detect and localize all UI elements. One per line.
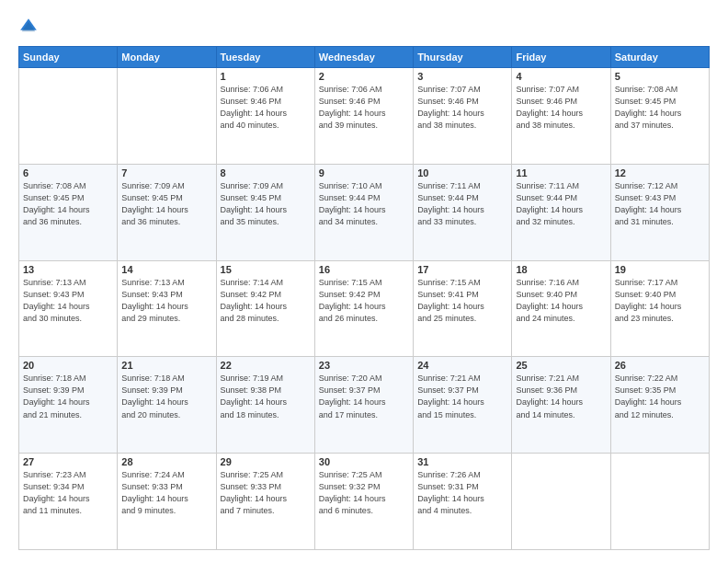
calendar-table: SundayMondayTuesdayWednesdayThursdayFrid…: [18, 46, 710, 550]
day-info: Sunrise: 7:08 AMSunset: 9:45 PMDaylight:…: [23, 180, 113, 228]
day-info: Sunrise: 7:19 AMSunset: 9:38 PMDaylight:…: [221, 373, 311, 420]
day-info: Sunrise: 7:11 AMSunset: 9:44 PMDaylight:…: [417, 180, 507, 228]
day-number: 11: [516, 167, 606, 178]
calendar-cell: 21Sunrise: 7:18 AMSunset: 9:39 PMDayligh…: [118, 357, 216, 454]
calendar-cell: [19, 68, 118, 165]
day-info: Sunrise: 7:26 AMSunset: 9:31 PMDaylight:…: [417, 469, 507, 517]
weekday-header-tuesday: Tuesday: [216, 47, 314, 68]
day-number: 10: [417, 167, 507, 178]
day-number: 31: [417, 456, 507, 467]
calendar-cell: 8Sunrise: 7:09 AMSunset: 9:45 PMDaylight…: [216, 164, 314, 260]
calendar-header-row: SundayMondayTuesdayWednesdayThursdayFrid…: [19, 47, 710, 68]
calendar-cell: 4Sunrise: 7:07 AMSunset: 9:46 PMDaylight…: [512, 68, 610, 165]
day-info: Sunrise: 7:21 AMSunset: 9:36 PMDaylight:…: [516, 373, 606, 420]
day-number: 24: [417, 360, 507, 371]
calendar-cell: 24Sunrise: 7:21 AMSunset: 9:37 PMDayligh…: [414, 357, 512, 454]
day-number: 16: [319, 264, 409, 275]
calendar-week-3: 13Sunrise: 7:13 AMSunset: 9:43 PMDayligh…: [19, 260, 710, 357]
day-number: 20: [23, 360, 113, 371]
calendar-cell: 11Sunrise: 7:11 AMSunset: 9:44 PMDayligh…: [512, 164, 610, 260]
calendar-cell: 31Sunrise: 7:26 AMSunset: 9:31 PMDayligh…: [414, 454, 512, 550]
weekday-header-thursday: Thursday: [414, 47, 512, 68]
day-number: 2: [319, 71, 409, 82]
calendar-cell: 1Sunrise: 7:06 AMSunset: 9:46 PMDaylight…: [216, 68, 314, 165]
day-info: Sunrise: 7:18 AMSunset: 9:39 PMDaylight:…: [23, 373, 113, 420]
day-info: Sunrise: 7:12 AMSunset: 9:43 PMDaylight:…: [615, 180, 705, 228]
calendar-cell: [512, 454, 610, 550]
logo-icon: [18, 17, 39, 37]
calendar-cell: 22Sunrise: 7:19 AMSunset: 9:38 PMDayligh…: [216, 357, 314, 454]
day-number: 27: [23, 456, 113, 467]
day-info: Sunrise: 7:15 AMSunset: 9:42 PMDaylight:…: [319, 277, 409, 325]
day-number: 3: [417, 71, 507, 82]
day-number: 28: [121, 456, 211, 467]
day-number: 30: [319, 456, 409, 467]
weekday-header-sunday: Sunday: [19, 47, 118, 68]
day-info: Sunrise: 7:09 AMSunset: 9:45 PMDaylight:…: [121, 180, 211, 228]
day-info: Sunrise: 7:06 AMSunset: 9:46 PMDaylight:…: [221, 84, 311, 132]
day-number: 13: [23, 264, 113, 275]
day-info: Sunrise: 7:22 AMSunset: 9:35 PMDaylight:…: [615, 373, 705, 420]
calendar-cell: 6Sunrise: 7:08 AMSunset: 9:45 PMDaylight…: [19, 164, 118, 260]
calendar-cell: 25Sunrise: 7:21 AMSunset: 9:36 PMDayligh…: [512, 357, 610, 454]
day-number: 6: [23, 167, 113, 178]
header: [18, 17, 710, 37]
calendar-week-5: 27Sunrise: 7:23 AMSunset: 9:34 PMDayligh…: [19, 454, 710, 550]
weekday-header-friday: Friday: [512, 47, 610, 68]
calendar-cell: [118, 68, 216, 165]
day-number: 9: [319, 167, 409, 178]
calendar-cell: 27Sunrise: 7:23 AMSunset: 9:34 PMDayligh…: [19, 454, 118, 550]
day-info: Sunrise: 7:17 AMSunset: 9:40 PMDaylight:…: [615, 277, 705, 325]
day-info: Sunrise: 7:11 AMSunset: 9:44 PMDaylight:…: [516, 180, 606, 228]
day-number: 15: [221, 264, 311, 275]
calendar-cell: 17Sunrise: 7:15 AMSunset: 9:41 PMDayligh…: [414, 260, 512, 357]
day-info: Sunrise: 7:18 AMSunset: 9:39 PMDaylight:…: [121, 373, 211, 420]
day-info: Sunrise: 7:20 AMSunset: 9:37 PMDaylight:…: [319, 373, 409, 420]
calendar-week-1: 1Sunrise: 7:06 AMSunset: 9:46 PMDaylight…: [19, 68, 710, 165]
calendar-cell: 29Sunrise: 7:25 AMSunset: 9:33 PMDayligh…: [216, 454, 314, 550]
calendar-cell: 9Sunrise: 7:10 AMSunset: 9:44 PMDaylight…: [314, 164, 413, 260]
calendar-cell: 14Sunrise: 7:13 AMSunset: 9:43 PMDayligh…: [118, 260, 216, 357]
day-number: 4: [516, 71, 606, 82]
day-info: Sunrise: 7:23 AMSunset: 9:34 PMDaylight:…: [23, 469, 113, 517]
calendar-cell: [610, 454, 709, 550]
day-info: Sunrise: 7:25 AMSunset: 9:32 PMDaylight:…: [319, 469, 409, 517]
calendar-cell: 12Sunrise: 7:12 AMSunset: 9:43 PMDayligh…: [610, 164, 709, 260]
day-number: 7: [121, 167, 211, 178]
day-info: Sunrise: 7:13 AMSunset: 9:43 PMDaylight:…: [23, 277, 113, 325]
day-number: 25: [516, 360, 606, 371]
day-number: 18: [516, 264, 606, 275]
calendar-cell: 19Sunrise: 7:17 AMSunset: 9:40 PMDayligh…: [610, 260, 709, 357]
day-number: 1: [221, 71, 311, 82]
day-number: 19: [615, 264, 705, 275]
day-number: 23: [319, 360, 409, 371]
calendar-cell: 16Sunrise: 7:15 AMSunset: 9:42 PMDayligh…: [314, 260, 413, 357]
calendar-cell: 10Sunrise: 7:11 AMSunset: 9:44 PMDayligh…: [414, 164, 512, 260]
day-number: 29: [221, 456, 311, 467]
weekday-header-saturday: Saturday: [610, 47, 709, 68]
day-info: Sunrise: 7:09 AMSunset: 9:45 PMDaylight:…: [221, 180, 311, 228]
day-info: Sunrise: 7:15 AMSunset: 9:41 PMDaylight:…: [417, 277, 507, 325]
day-info: Sunrise: 7:25 AMSunset: 9:33 PMDaylight:…: [221, 469, 311, 517]
calendar-cell: 26Sunrise: 7:22 AMSunset: 9:35 PMDayligh…: [610, 357, 709, 454]
weekday-header-monday: Monday: [118, 47, 216, 68]
day-number: 5: [615, 71, 705, 82]
day-info: Sunrise: 7:07 AMSunset: 9:46 PMDaylight:…: [516, 84, 606, 132]
day-number: 21: [121, 360, 211, 371]
day-info: Sunrise: 7:10 AMSunset: 9:44 PMDaylight:…: [319, 180, 409, 228]
calendar-cell: 20Sunrise: 7:18 AMSunset: 9:39 PMDayligh…: [19, 357, 118, 454]
calendar-cell: 18Sunrise: 7:16 AMSunset: 9:40 PMDayligh…: [512, 260, 610, 357]
logo: [18, 17, 42, 37]
day-number: 26: [615, 360, 705, 371]
page: SundayMondayTuesdayWednesdayThursdayFrid…: [0, 0, 728, 563]
weekday-header-wednesday: Wednesday: [314, 47, 413, 68]
calendar-cell: 15Sunrise: 7:14 AMSunset: 9:42 PMDayligh…: [216, 260, 314, 357]
calendar-cell: 3Sunrise: 7:07 AMSunset: 9:46 PMDaylight…: [414, 68, 512, 165]
calendar-cell: 30Sunrise: 7:25 AMSunset: 9:32 PMDayligh…: [314, 454, 413, 550]
calendar-cell: 13Sunrise: 7:13 AMSunset: 9:43 PMDayligh…: [19, 260, 118, 357]
calendar-cell: 5Sunrise: 7:08 AMSunset: 9:45 PMDaylight…: [610, 68, 709, 165]
day-info: Sunrise: 7:07 AMSunset: 9:46 PMDaylight:…: [417, 84, 507, 132]
day-info: Sunrise: 7:06 AMSunset: 9:46 PMDaylight:…: [319, 84, 409, 132]
calendar-week-2: 6Sunrise: 7:08 AMSunset: 9:45 PMDaylight…: [19, 164, 710, 260]
day-info: Sunrise: 7:24 AMSunset: 9:33 PMDaylight:…: [121, 469, 211, 517]
